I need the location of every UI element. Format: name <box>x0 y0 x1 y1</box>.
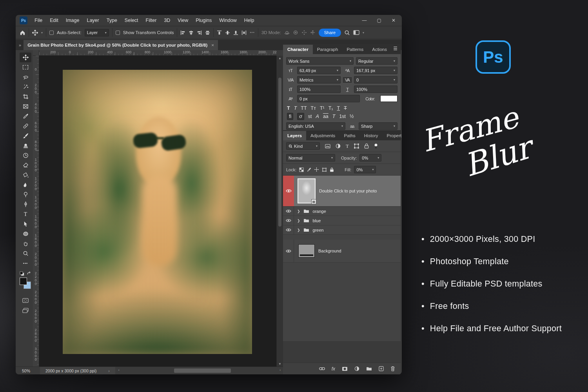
align-middle-icon[interactable] <box>205 30 210 35</box>
artwork-photo[interactable] <box>63 70 252 354</box>
tool-more-icon[interactable]: ••• <box>20 258 31 268</box>
tab-paragraph[interactable]: Paragraph <box>313 45 343 54</box>
tool-path-select[interactable] <box>20 219 31 229</box>
filter-adjustment-icon[interactable] <box>336 143 341 149</box>
layer-name[interactable]: green <box>313 228 324 232</box>
menu-help[interactable]: Help <box>244 18 254 23</box>
menu-image[interactable]: Image <box>66 18 80 23</box>
distribute-top-icon[interactable] <box>217 30 222 35</box>
tool-smudge[interactable] <box>20 180 31 190</box>
visibility-eye-icon[interactable] <box>283 207 294 216</box>
quick-mask-icon[interactable] <box>20 296 31 305</box>
horizontal-scrollbar[interactable]: ‹ › <box>115 367 283 375</box>
adjustment-layer-icon[interactable] <box>354 366 359 371</box>
group-expand-icon[interactable]: ❯ <box>297 219 300 223</box>
layer-style-icon[interactable]: fx <box>332 366 335 372</box>
menu-type[interactable]: Type <box>107 18 117 23</box>
distribute-bottom-icon[interactable] <box>233 30 238 35</box>
distribute-horizontal-icon[interactable] <box>241 30 247 35</box>
vertical-scrollbar-thumb[interactable] <box>278 78 281 227</box>
auto-select-target-dropdown[interactable]: Layer▾ <box>85 29 109 36</box>
tab-paths[interactable]: Paths <box>339 131 359 140</box>
tool-marquee[interactable] <box>20 62 31 72</box>
fractions-button[interactable]: ½ <box>350 114 354 119</box>
layer-group-green[interactable]: ❯ green <box>283 225 401 235</box>
kerning-field[interactable]: Metrics▾ <box>297 76 341 83</box>
baseline-shift-field[interactable]: 0 px <box>297 95 360 102</box>
menu-file[interactable]: File <box>34 18 42 23</box>
tool-brush[interactable] <box>20 131 31 141</box>
menu-edit[interactable]: Edit <box>50 18 58 23</box>
menu-window[interactable]: Window <box>219 18 236 23</box>
visibility-eye-icon[interactable] <box>283 240 294 262</box>
lock-all-icon[interactable] <box>330 167 334 172</box>
new-group-icon[interactable] <box>366 367 372 371</box>
tab-patterns[interactable]: Patterns <box>342 45 368 54</box>
layer-thumbnail[interactable] <box>298 244 315 258</box>
align-right-icon[interactable] <box>197 30 202 35</box>
font-size-field[interactable]: 63,49 px▾ <box>297 67 341 74</box>
visibility-eye-icon[interactable] <box>283 225 294 234</box>
align-center-icon[interactable] <box>189 30 194 35</box>
tab-layers[interactable]: Layers <box>283 131 306 140</box>
tab-close-icon[interactable]: × <box>211 43 214 47</box>
distribute-center-icon[interactable] <box>225 30 230 35</box>
filter-image-icon[interactable] <box>325 144 330 149</box>
tab-overflow-icon[interactable]: » <box>19 43 21 47</box>
contextual-alternates-button[interactable]: σ <box>297 113 304 120</box>
layer-name[interactable]: orange <box>313 209 326 214</box>
vertical-ruler[interactable]: 0 200 400 600 800 1000 1200 1400 1600 18… <box>33 56 39 367</box>
layer-name[interactable]: Background <box>318 249 341 253</box>
vertical-scrollbar[interactable]: ▲ ▼ <box>276 56 283 367</box>
ligatures-button[interactable]: fi <box>287 113 293 120</box>
discretionary-ligatures-button[interactable]: st <box>308 114 312 119</box>
lock-transparency-icon[interactable] <box>299 167 304 172</box>
panel-menu-icon[interactable]: ☰ <box>393 46 397 51</box>
tab-character[interactable]: Character <box>283 45 313 54</box>
document-info[interactable]: 2000 px x 3000 px (300 ppi)› <box>40 367 115 375</box>
faux-bold-button[interactable]: T <box>287 105 290 111</box>
3d-orbit-icon[interactable] <box>284 30 290 35</box>
font-family-dropdown[interactable]: Work Sans▾ <box>286 57 354 65</box>
filter-smart-object-icon[interactable] <box>364 143 369 149</box>
layer-filter-dropdown[interactable]: Kind▾ <box>286 142 320 150</box>
menu-plugins[interactable]: Plugins <box>196 18 212 23</box>
tool-eyedropper[interactable] <box>20 111 31 121</box>
layer-background[interactable]: Background <box>283 240 401 263</box>
tool-pen[interactable] <box>20 200 31 209</box>
all-caps-button[interactable]: TT <box>301 105 307 111</box>
tool-zoom[interactable] <box>20 249 31 258</box>
new-layer-icon[interactable] <box>379 366 384 371</box>
workspace-chevron-icon[interactable]: ▾ <box>363 31 364 34</box>
auto-select-checkbox[interactable] <box>49 31 54 35</box>
strikethrough-button[interactable]: T <box>344 105 347 111</box>
group-expand-icon[interactable]: ❯ <box>297 209 300 213</box>
home-icon[interactable] <box>20 30 25 36</box>
ordinals-button[interactable]: 1st <box>339 114 346 119</box>
layer-group-blue[interactable]: ❯ blue <box>283 216 401 225</box>
tab-actions[interactable]: Actions <box>368 45 391 54</box>
tool-dodge[interactable] <box>20 190 31 200</box>
titling-alternates-button[interactable]: T <box>332 114 336 119</box>
tracking-field[interactable]: 0▾ <box>354 76 397 83</box>
ruler-origin[interactable] <box>33 50 39 56</box>
more-options-icon[interactable]: ••• <box>250 31 254 34</box>
tool-shape[interactable] <box>20 229 31 239</box>
3d-pan-icon[interactable] <box>301 30 307 35</box>
fill-field[interactable]: 0%▾ <box>354 166 376 173</box>
tool-gradient[interactable] <box>20 170 31 180</box>
tool-healing-brush[interactable] <box>20 121 31 131</box>
close-button[interactable]: ✕ <box>392 18 396 23</box>
menu-filter[interactable]: Filter <box>146 18 157 23</box>
3d-slide-icon[interactable] <box>310 30 316 35</box>
menu-3d[interactable]: 3D <box>164 18 170 23</box>
workspace-icon[interactable] <box>353 30 359 35</box>
tool-move[interactable] <box>20 53 31 62</box>
tool-frame[interactable] <box>20 102 31 111</box>
filter-toggle[interactable] <box>374 143 378 149</box>
opacity-field[interactable]: 0%▾ <box>359 154 381 162</box>
swap-colors-icon[interactable] <box>27 271 31 276</box>
lock-position-icon[interactable] <box>314 167 319 172</box>
antialias-dropdown[interactable]: Sharp▾ <box>359 122 397 130</box>
faux-italic-button[interactable]: T <box>294 105 297 111</box>
